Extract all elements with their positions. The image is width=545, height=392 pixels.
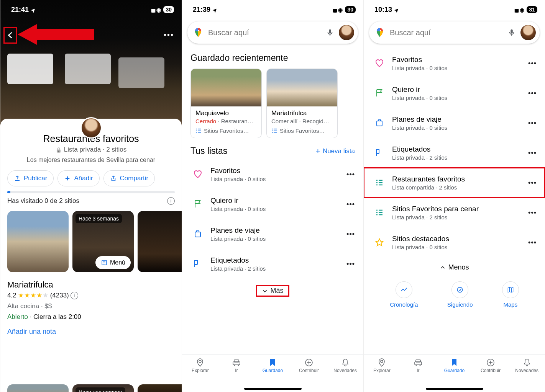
- list-name: Sitios Favoritos para cenar: [392, 205, 528, 213]
- list-row[interactable]: EtiquetadosLista privada · 2 sitios•••: [364, 138, 545, 168]
- search-bar[interactable]: [369, 21, 540, 44]
- list-name: Restaurantes favoritos: [392, 175, 528, 183]
- publish-icon: [14, 175, 21, 182]
- bookmark-icon: [450, 358, 459, 367]
- tag-icon: [371, 148, 388, 157]
- search-input[interactable]: [390, 28, 503, 37]
- heart-icon: [189, 170, 207, 179]
- share-button[interactable]: Compartir: [103, 170, 155, 186]
- list-row[interactable]: Quiero irLista privada · 0 sitios•••: [182, 189, 363, 219]
- stars-icon: ★★★★★: [18, 291, 49, 299]
- list-name: Sitios destacados: [392, 235, 528, 243]
- list-meta: Lista privada · 2 sitios: [392, 154, 528, 161]
- nav-explore[interactable]: Explorar: [367, 358, 397, 392]
- list-name: Planes de viaje: [210, 226, 346, 235]
- list-row[interactable]: FavoritosLista privada · 0 sitios•••: [182, 159, 363, 189]
- search-input[interactable]: [208, 28, 321, 37]
- section-title-recent: Guardado recientemente: [182, 48, 363, 69]
- add-button[interactable]: Añadir: [57, 170, 99, 186]
- place-photo[interactable]: [138, 211, 182, 272]
- list-more-icon[interactable]: •••: [346, 170, 355, 178]
- chevron-left-icon: [6, 30, 15, 41]
- list-more-icon[interactable]: •••: [528, 179, 537, 187]
- search-bar[interactable]: [187, 21, 358, 44]
- list-row[interactable]: Sitios destacadosLista privada · 0 sitio…: [364, 227, 545, 257]
- list-row[interactable]: Quiero irLista privada · 0 sitios•••: [364, 78, 545, 108]
- list-icon: [371, 208, 388, 217]
- quick-following[interactable]: Siguiendo: [447, 281, 473, 308]
- info-icon[interactable]: i: [71, 292, 78, 299]
- back-button[interactable]: [3, 27, 17, 44]
- nav-contribute[interactable]: Contribuir: [476, 358, 506, 392]
- list-row[interactable]: Restaurantes favoritosLista compartida ·…: [364, 168, 545, 198]
- list-row[interactable]: Planes de viajeLista privada · 0 sitios•…: [364, 108, 545, 138]
- list-meta: Lista privada · 2 sitios: [210, 265, 346, 272]
- list-more-icon[interactable]: •••: [346, 200, 355, 208]
- info-icon[interactable]: i: [167, 197, 175, 205]
- nav-explore[interactable]: Explorar: [185, 358, 215, 392]
- mic-icon[interactable]: [507, 28, 516, 37]
- publish-button[interactable]: Publicar: [7, 170, 54, 186]
- quick-maps[interactable]: Maps: [502, 281, 519, 308]
- avatar[interactable]: [80, 117, 102, 139]
- tag-icon: [189, 259, 207, 268]
- more-icon[interactable]: •••: [164, 31, 174, 39]
- svg-point-16: [419, 365, 420, 366]
- hero-image: •••: [0, 0, 182, 128]
- google-maps-icon: [193, 27, 204, 38]
- quick-timeline[interactable]: Cronología: [390, 281, 418, 308]
- more-button[interactable]: Más: [182, 279, 363, 303]
- wifi-icon: [520, 6, 524, 14]
- plus-circle-icon: [486, 358, 495, 367]
- card-title: Maquiavelo: [195, 109, 257, 117]
- list-row[interactable]: Sitios Favoritos para cenarLista privada…: [364, 198, 545, 227]
- menu-button[interactable]: Menú: [95, 256, 131, 269]
- flag-icon: [371, 88, 388, 98]
- place-photo[interactable]: [7, 384, 69, 392]
- list-more-icon[interactable]: •••: [346, 260, 355, 268]
- list-row[interactable]: EtiquetadosLista privada · 2 sitios•••: [182, 249, 363, 279]
- home-indicator[interactable]: [244, 388, 302, 390]
- nav-news[interactable]: Novedades: [330, 358, 360, 392]
- nav-saved[interactable]: Guardado: [258, 358, 287, 392]
- list-more-icon[interactable]: •••: [528, 119, 537, 127]
- nav-news[interactable]: Novedades: [512, 358, 542, 392]
- nav-contribute[interactable]: Contribuir: [294, 358, 324, 392]
- place-photo[interactable]: Hace una semana: [72, 384, 134, 392]
- menu-icon: [101, 259, 108, 266]
- list-more-icon[interactable]: •••: [346, 230, 355, 238]
- svg-point-15: [415, 365, 417, 366]
- recent-card[interactable]: Mariatrifulca Comer allí · Recogid… Siti…: [266, 69, 338, 138]
- list-row[interactable]: Planes de viajeLista privada · 0 sitios•…: [182, 219, 363, 249]
- avatar[interactable]: [339, 25, 354, 40]
- signal-icon: [514, 6, 517, 14]
- list-more-icon[interactable]: •••: [528, 209, 537, 217]
- list-more-icon[interactable]: •••: [528, 238, 537, 247]
- list-name: Etiquetados: [210, 256, 346, 265]
- avatar[interactable]: [520, 25, 536, 40]
- list-row[interactable]: FavoritosLista privada · 0 sitios•••: [364, 48, 545, 78]
- mic-icon[interactable]: [326, 28, 334, 37]
- nav-go[interactable]: Ir: [403, 358, 433, 392]
- list-more-icon[interactable]: •••: [528, 59, 537, 67]
- place-photo[interactable]: [138, 384, 182, 392]
- less-button[interactable]: Menos: [364, 257, 545, 275]
- nav-go[interactable]: Ir: [222, 358, 251, 392]
- list-more-icon[interactable]: •••: [528, 89, 537, 97]
- place-name[interactable]: Mariatrifulca: [0, 274, 182, 290]
- recent-card[interactable]: Maquiavelo Cerrado · Restauran… Sitios F…: [190, 69, 262, 138]
- bottom-nav: Explorar Ir Guardado Contribuir Novedade…: [364, 354, 545, 392]
- place-photo[interactable]: Hace 3 semanas Menú: [72, 211, 134, 272]
- new-list-button[interactable]: +Nueva lista: [315, 146, 355, 156]
- add-note-button[interactable]: Añadir una nota: [0, 322, 182, 341]
- nav-saved[interactable]: Guardado: [439, 358, 469, 392]
- battery-badge: 31: [527, 6, 537, 13]
- svg-rect-3: [195, 232, 200, 237]
- list-more-icon[interactable]: •••: [528, 149, 537, 157]
- svg-rect-10: [511, 29, 513, 34]
- battery-badge: 30: [163, 6, 174, 13]
- location-icon: [213, 6, 217, 14]
- place-photo[interactable]: [7, 211, 69, 272]
- home-indicator[interactable]: [426, 388, 483, 390]
- wifi-icon: [156, 6, 161, 14]
